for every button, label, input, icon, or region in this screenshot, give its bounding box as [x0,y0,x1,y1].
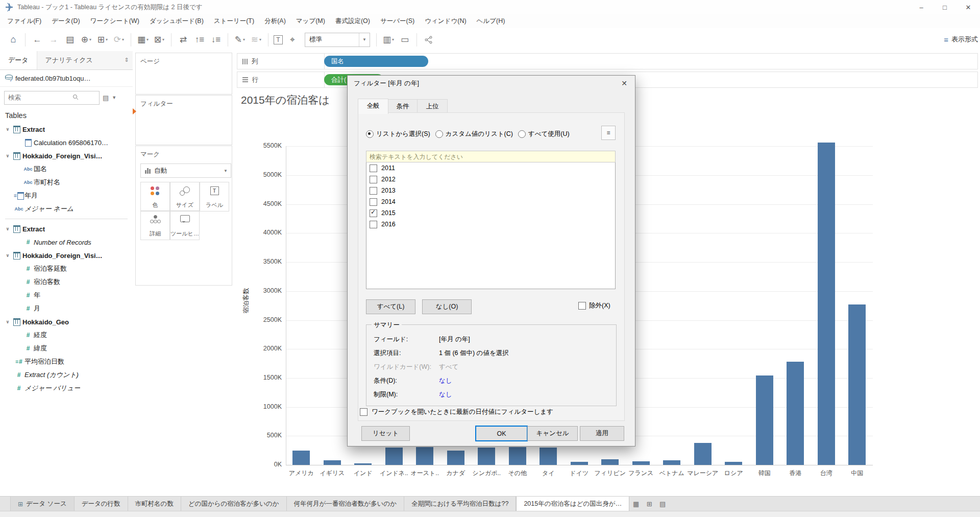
menu-item[interactable]: ヘルプ(H) [472,14,510,28]
bar-中国[interactable] [848,304,866,465]
bar-カナダ[interactable] [447,451,464,465]
new-dashboard-icon[interactable]: ⊞ [643,497,656,511]
chevron-down-icon[interactable]: ∨ [4,153,11,158]
fit-selector[interactable]: 標準 ▼ [305,33,370,47]
maximize-button[interactable]: □ [933,0,957,14]
search-input[interactable] [4,91,100,105]
sheet-tab[interactable]: 2015年の宿泊客はどの国出身が… [516,497,629,511]
sheet-tab[interactable]: 全期間における平均宿泊日数は?? [404,497,516,511]
field-table[interactable]: ∨Hokkaido_Geo [0,315,133,328]
sheet-tab[interactable]: データの行数 [75,497,128,511]
bar-マレーシア[interactable] [694,443,712,465]
year-checkbox-row[interactable]: 2015 [366,207,615,219]
sort-descending-icon[interactable]: ↓≡ [209,32,223,48]
menu-item[interactable]: ストーリー(T) [209,14,259,28]
year-checkbox-row[interactable]: 2012 [366,174,615,185]
bar-その他[interactable] [509,447,526,465]
field-item[interactable]: =年月 [0,189,133,202]
field-item[interactable]: #宿泊客数 [0,275,133,289]
refresh-icon[interactable]: ⟳▾ [112,32,126,48]
menu-item[interactable]: データ(D) [46,14,85,28]
pages-card[interactable]: ページ [135,53,232,95]
columns-shelf[interactable]: 列 国名 [237,53,978,69]
home-icon[interactable]: ⌂ [7,32,20,48]
minimize-button[interactable]: – [910,0,933,14]
bar-オースト..[interactable] [416,447,433,465]
close-button[interactable]: ✕ [957,0,980,14]
menu-item[interactable]: 分析(A) [259,14,291,28]
duplicate-sheet-icon[interactable]: ▦▾ [136,32,150,48]
share-icon[interactable] [422,32,435,48]
dialog-tab-condition[interactable]: 条件 [387,99,418,114]
year-checkbox-row[interactable]: 2016 [366,219,615,230]
select-all-button[interactable]: すべて(L) [366,299,415,314]
menu-item[interactable]: ファイル(F) [2,14,46,28]
show-hide-cards-icon[interactable]: ▥▾ [382,32,395,48]
label-button[interactable]: T ラベル [200,182,229,212]
field-item[interactable]: #緯度 [0,342,133,355]
save-icon[interactable]: ▤ [63,32,77,48]
menu-item[interactable]: マップ(M) [291,14,330,28]
select-none-button[interactable]: なし(O) [422,299,472,314]
filters-card[interactable]: フィルター [135,95,232,145]
chevron-down-icon[interactable]: ▼ [112,95,116,100]
menu-item[interactable]: ワークシート(W) [85,14,144,28]
bar-台湾[interactable] [818,143,835,465]
field-item[interactable]: #宿泊客延数 [0,262,133,275]
field-item[interactable]: #年 [0,289,133,302]
list-view-toggle-icon[interactable]: ≡ [601,126,616,140]
radio-option[interactable]: カスタム値のリスト(C) [435,130,513,138]
undo-icon[interactable]: ← [31,32,44,48]
bar-フランス[interactable] [632,461,650,465]
menu-item[interactable]: 書式設定(O) [330,14,375,28]
tooltip-button[interactable]: ツールヒ… [170,210,200,240]
new-worksheet-icon[interactable]: ▦ [629,497,643,511]
field-item[interactable]: #月 [0,302,133,315]
dialog-tab-top[interactable]: 上位 [417,99,448,114]
pill-kokumei[interactable]: 国名 [324,56,428,67]
bar-ロシア[interactable] [725,462,742,465]
bar-ドイツ[interactable] [571,462,588,465]
bar-アメリカ[interactable] [292,451,310,465]
sheet-tab[interactable]: 市町村名の数 [128,497,181,511]
tab-datasource[interactable]: ⊞データ ソース [10,497,75,511]
ok-button[interactable]: OK [475,426,528,441]
presentation-mode-icon[interactable]: ▭ [398,32,411,48]
field-item[interactable]: Calculation 695806170… [0,136,133,149]
chevron-down-icon[interactable]: ∨ [4,127,11,132]
sheet-tab[interactable]: どの国からの宿泊客が多いのか [181,497,287,511]
field-item[interactable]: #経度 [0,328,133,342]
apply-button[interactable]: 適用 [580,426,624,441]
field-item[interactable]: =#平均宿泊日数 [0,355,133,368]
datasource-row[interactable]: ✓ federated.0b97tub1oqu… [0,70,138,87]
field-item[interactable]: #メジャー バリュー [0,382,133,395]
paperclip-icon[interactable]: ≋▾ [250,32,263,48]
menu-item[interactable]: ウィンドウ(N) [420,14,471,28]
size-button[interactable]: サイズ [170,182,200,212]
marks-card[interactable]: マーク 自動 ▼ 色 サイズ T [135,146,232,286]
fix-axes-icon[interactable]: ⌖ [286,32,299,48]
bar-シンガポ..[interactable] [478,448,495,465]
bar-インドネ..[interactable] [385,448,403,465]
mark-type-dropdown[interactable]: 自動 ▼ [140,163,231,178]
summary-value[interactable]: なし [439,390,452,399]
field-table[interactable]: ∨Extract [0,123,133,136]
chevron-down-icon[interactable]: ∨ [4,226,11,231]
reset-button[interactable]: リセット [361,426,410,441]
detail-button[interactable]: 詳細 [140,210,170,240]
view-as-grid-icon[interactable]: ▤ [103,94,109,102]
field-item[interactable]: Abc市町村名 [0,176,133,189]
tab-analytics[interactable]: アナリティクス [37,51,120,69]
menu-item[interactable]: ダッシュボード(B) [144,14,209,28]
field-table[interactable]: ∨Hokkaido_Foreign_Visi… [0,249,133,262]
redo-icon[interactable]: → [47,32,60,48]
exclude-checkbox[interactable]: 除外(X) [578,301,610,310]
swap-rows-columns-icon[interactable]: ⇄ [177,32,190,48]
show-mark-labels-icon[interactable]: T [274,35,283,44]
sheet-tab[interactable]: 何年何月が一番宿泊者数が多いのか [287,497,404,511]
dialog-title-bar[interactable]: フィルター [年月 の年] ✕ [348,76,635,91]
latest-date-checkbox[interactable]: ワークブックを開いたときに最新の日付値にフィルターします [360,408,553,416]
dialog-search-input[interactable] [366,151,616,162]
field-item[interactable]: Abc国名 [0,162,133,176]
year-checkbox-row[interactable]: 2014 [366,196,615,207]
